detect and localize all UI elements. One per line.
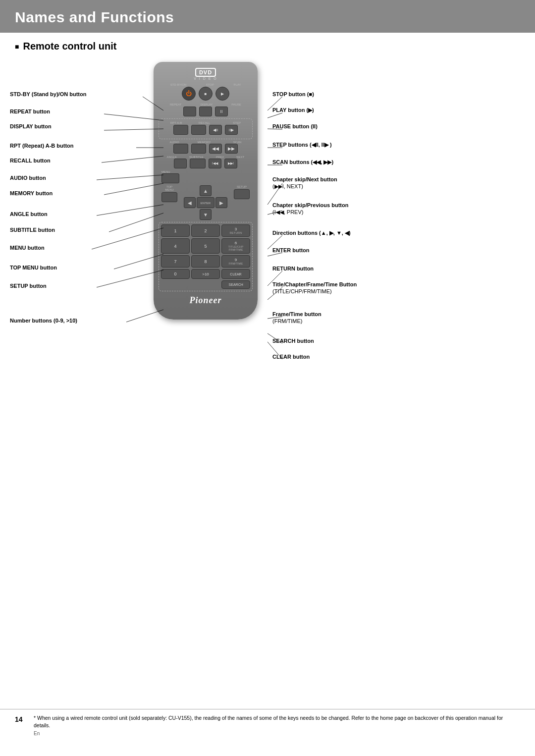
page-header: Names and Functions Remote control unit — [0, 0, 535, 57]
next-label-r: NEXT — [236, 156, 244, 159]
dvd-logo: DVD V I D E O — [159, 68, 253, 80]
stdby-button[interactable]: ⏻ — [182, 87, 196, 101]
label-memory: MEMORY button — [10, 190, 53, 197]
top-menu-button[interactable] — [161, 192, 177, 202]
memory-button[interactable] — [191, 144, 206, 154]
step-label-r: STEP — [233, 121, 241, 124]
recall-label-r: RECALL — [199, 121, 210, 124]
menu-button[interactable] — [161, 173, 179, 183]
label-scan-r: SCAN buttons (◀◀, ▶▶) — [272, 159, 333, 165]
pause-label-r: PAUSE — [231, 103, 241, 106]
num-gt10-button[interactable]: >10 — [191, 269, 220, 279]
pause-button[interactable]: II — [215, 107, 228, 116]
num-7-button[interactable]: 7 — [161, 255, 190, 268]
remote-control-image: DVD V I D E O STD-BY/ON STOP PLAY ⏻ ■ ▶ … — [149, 57, 263, 443]
repeat-label-r: REPEAT — [170, 103, 182, 106]
label-display: DISPLAY button — [10, 123, 52, 130]
label-setup: SETUP button — [10, 282, 47, 289]
page-footer: 14 * When using a wired remote control u… — [0, 709, 535, 742]
top-menu-label-r: TOPMENU — [165, 185, 174, 191]
label-play-r: PLAY button (▶) — [272, 107, 314, 113]
page-title: Names and Functions — [15, 9, 520, 26]
step-fwd-button[interactable]: II▶ — [225, 125, 238, 135]
num-1-button[interactable]: 1 — [161, 224, 190, 237]
dir-left-button[interactable]: ◀ — [184, 197, 196, 208]
rpt-ab-label-r: RPT A-B — [170, 121, 182, 124]
footer-lang: En — [34, 731, 520, 736]
page-number: 14 — [15, 715, 27, 723]
stop-label-r: STOP — [206, 83, 214, 86]
setup-button[interactable] — [234, 189, 250, 199]
num-9-button[interactable]: 9FRM/TIME — [221, 255, 250, 268]
display-button[interactable] — [199, 107, 212, 116]
prev-button[interactable]: I◀◀ — [209, 159, 221, 168]
scan-back-button[interactable]: ◀◀ — [209, 144, 222, 154]
dir-up-button[interactable]: ▲ — [200, 185, 212, 196]
label-pause-r: PAUSE button (II) — [272, 123, 318, 130]
pioneer-logo: Pioneer — [159, 295, 253, 306]
num-4-button[interactable]: 4 — [161, 238, 190, 254]
step-back-button[interactable]: ◀II — [209, 125, 222, 135]
stop-button[interactable]: ■ — [199, 87, 213, 101]
dir-right-button[interactable]: ▶ — [215, 197, 227, 208]
label-search-r: SEARCH button — [272, 337, 314, 344]
stdby-label: STD-BY/ON — [170, 83, 187, 86]
label-menu: MENU button — [10, 244, 45, 251]
rpt-ab-button[interactable] — [173, 125, 188, 135]
footer-note: * When using a wired remote control unit… — [34, 714, 520, 730]
label-step-r: STEP buttons (◀II, II▶ ) — [272, 141, 332, 148]
label-stb-by: STD-BY (Stand by)/ON button — [10, 91, 86, 98]
label-recall: RECALL button — [10, 157, 51, 164]
setup-label-r: SETUP — [237, 185, 247, 188]
dir-down-button[interactable]: ▼ — [200, 209, 212, 220]
next-button[interactable]: ▶▶I — [224, 159, 237, 168]
num-8-button[interactable]: 8 — [191, 255, 220, 268]
label-number-buttons: Number buttons (0-9, >10) — [10, 317, 77, 324]
label-stop-r: STOP button (■) — [272, 91, 314, 98]
scan-fwd-button[interactable]: ▶▶ — [225, 144, 238, 154]
repeat-button[interactable] — [183, 107, 196, 116]
label-direction-r: Direction buttons (▲, ▶, ▼, ◀) — [272, 229, 351, 236]
display-label-r: DISPLAY — [200, 103, 213, 106]
subtitle-button[interactable] — [190, 159, 206, 168]
enter-button[interactable]: ENTER — [197, 197, 214, 208]
label-frm-time-r: Frame/Time button(FRM/TIME) — [272, 311, 321, 325]
label-chapter-prev-r: Chapter skip/Previous button(I◀◀, PREV) — [272, 202, 348, 216]
label-clear-r: CLEAR button — [272, 353, 310, 360]
label-rpt-ab: RPT (Repeat) A-B button — [10, 142, 74, 149]
num-3-button[interactable]: 3RETURN — [221, 224, 250, 237]
play-label-r: PLAY — [233, 83, 241, 86]
label-title-chp-r: Title/Chapter/Frame/Time Button(TITLE/CH… — [272, 281, 357, 295]
num-5-button[interactable]: 5 — [191, 238, 220, 254]
num-0-button[interactable]: 0 — [161, 269, 190, 279]
label-subtitle: SUBTITLE button — [10, 226, 55, 233]
angle-button[interactable] — [174, 159, 187, 168]
recall-button[interactable] — [191, 125, 206, 135]
section-title: Remote control unit — [23, 41, 116, 52]
label-angle: ANGLE button — [10, 211, 48, 217]
search-button[interactable]: SEARCH — [221, 280, 250, 289]
num-2-button[interactable]: 2 — [191, 224, 220, 237]
label-top-menu: TOP MENU button — [10, 264, 57, 271]
label-audio: AUDIO button — [10, 174, 46, 181]
label-enter-r: ENTER button — [272, 247, 310, 254]
play-button[interactable]: ▶ — [215, 87, 229, 101]
clear-button[interactable]: CLEAR — [221, 269, 250, 279]
audio-button[interactable] — [173, 144, 188, 154]
label-repeat: REPEAT button — [10, 108, 50, 115]
label-chapter-next-r: Chapter skip/Next button(▶▶I, NEXT) — [272, 176, 337, 190]
num-6-button[interactable]: 6TITLE/CHPFRM/TIME — [221, 238, 250, 254]
label-return-r: RETURN button — [272, 265, 314, 272]
